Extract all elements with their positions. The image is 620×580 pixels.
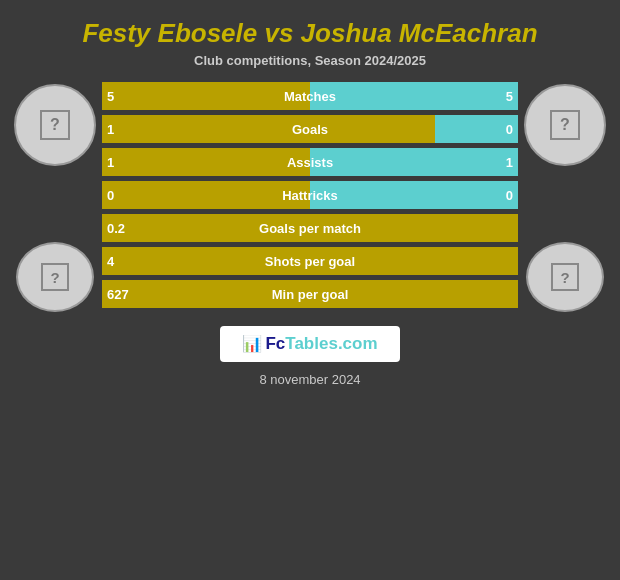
right-avatar-bottom: ? [526,242,604,312]
stat-row-min-per-goal: 627 Min per goal [102,280,518,308]
stat-label-goals: Goals [102,122,518,137]
stat-row-assists: 1 Assists 1 [102,148,518,176]
logo-box: 📊FcTables.com [220,326,399,362]
stat-left-matches: 5 [107,89,114,104]
stat-label-hattricks: Hattricks [102,188,518,203]
left-avatar-bottom-icon: ? [41,263,69,291]
stat-row-hattricks: 0 Hattricks 0 [102,181,518,209]
right-avatar-top: ? [524,84,606,166]
stat-right-assists: 1 [506,155,513,170]
stat-left-goals: 1 [107,122,114,137]
stats-layout: ? ? 5 Matches 5 1 [0,74,620,312]
stat-right-goals: 0 [506,122,513,137]
title-section: Festy Ebosele vs Joshua McEachran Club c… [0,0,620,74]
stat-bar-assists: 1 Assists 1 [102,148,518,176]
stat-row-goals-per-match: 0.2 Goals per match [102,214,518,242]
left-avatar-bottom: ? [16,242,94,312]
stat-bar-shots-per-goal: 4 Shots per goal [102,247,518,275]
stat-row-shots-per-goal: 4 Shots per goal [102,247,518,275]
stat-bar-goals-per-match: 0.2 Goals per match [102,214,518,242]
right-avatars-col: ? ? [524,82,606,312]
right-avatar-top-icon: ? [550,110,580,140]
stat-bar-min-per-goal: 627 Min per goal [102,280,518,308]
logo-section: 📊FcTables.com [220,326,399,362]
stat-row-goals: 1 Goals 0 [102,115,518,143]
stat-bar-matches: 5 Matches 5 [102,82,518,110]
stat-label-matches: Matches [102,89,518,104]
stat-label-shots-per-goal: Shots per goal [102,254,518,269]
stat-left-goals-per-match: 0.2 [107,221,125,236]
left-avatar-top: ? [14,84,96,166]
stat-row-matches: 5 Matches 5 [102,82,518,110]
logo-chart-icon: 📊 [242,335,262,352]
stat-label-min-per-goal: Min per goal [102,287,518,302]
stat-bar-hattricks: 0 Hattricks 0 [102,181,518,209]
stat-label-assists: Assists [102,155,518,170]
date-text: 8 november 2024 [259,372,360,387]
stat-left-assists: 1 [107,155,114,170]
stat-right-hattricks: 0 [506,188,513,203]
stat-bar-goals: 1 Goals 0 [102,115,518,143]
page-title: Festy Ebosele vs Joshua McEachran [20,18,600,49]
main-container: Festy Ebosele vs Joshua McEachran Club c… [0,0,620,580]
left-avatars-col: ? ? [14,82,96,312]
stat-label-goals-per-match: Goals per match [102,221,518,236]
stats-bars-col: 5 Matches 5 1 Goals 0 1 Assist [102,82,518,308]
right-avatar-bottom-icon: ? [551,263,579,291]
stat-left-min-per-goal: 627 [107,287,129,302]
left-avatar-top-icon: ? [40,110,70,140]
stat-left-shots-per-goal: 4 [107,254,114,269]
stat-right-matches: 5 [506,89,513,104]
subtitle: Club competitions, Season 2024/2025 [20,53,600,68]
stat-left-hattricks: 0 [107,188,114,203]
logo-text: FcTables.com [265,334,377,353]
